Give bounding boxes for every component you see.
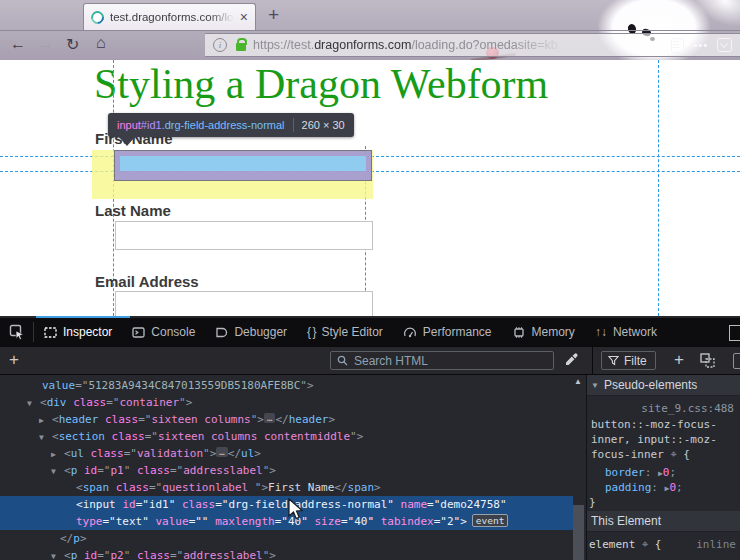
markup-line[interactable]: </p>: [0, 530, 573, 547]
code-segment: =": [275, 515, 288, 528]
expand-arrow-open[interactable]: ▼: [39, 429, 44, 446]
markup-line[interactable]: ▼<div class="container">: [0, 394, 573, 411]
search-html-input[interactable]: Search HTML: [330, 351, 554, 370]
devtools-tab-debugger[interactable]: Debugger: [205, 318, 297, 346]
element-picker-button[interactable]: [0, 322, 34, 342]
this-element-header[interactable]: This Element: [587, 511, 740, 532]
rules-panel: ▼ Pseudo-elements site_9.css:488 button:…: [587, 375, 740, 560]
add-rule-button[interactable]: +: [674, 350, 684, 370]
tooltip-id: #id1: [141, 119, 162, 131]
code-segment: ">: [251, 413, 264, 426]
expand-arrow-open[interactable]: ▼: [51, 548, 56, 560]
code-segment: =": [145, 430, 158, 443]
devtools-tab-console[interactable]: Console: [122, 318, 205, 346]
highlight-selector-icon[interactable]: ⌖: [670, 448, 676, 461]
code-segment: header: [59, 413, 99, 426]
toolbar-divider: [592, 347, 593, 374]
add-node-button[interactable]: +: [9, 350, 19, 370]
url-text[interactable]: https://test.dragonforms.com/loading.do?…: [253, 38, 667, 52]
code-segment: ">: [454, 515, 467, 528]
last-name-input[interactable]: [115, 221, 373, 250]
code-segment: ">: [263, 549, 276, 560]
devtools-tab-style-editor[interactable]: { } Style Editor: [297, 318, 393, 346]
forward-button[interactable]: →: [38, 35, 54, 53]
code-segment: <: [64, 447, 71, 460]
page-actions-icon[interactable]: •••: [693, 39, 708, 51]
email-input[interactable]: [115, 291, 373, 316]
element-style-rule[interactable]: element ⌖ {: [589, 538, 661, 551]
code-segment: tabindex: [381, 515, 434, 528]
markup-scrollbar-thumb[interactable]: [573, 505, 584, 560]
https-lock-icon[interactable]: [236, 43, 246, 51]
code-segment: =": [97, 549, 110, 560]
code-segment: ": [500, 498, 507, 511]
debugger-icon: [215, 326, 228, 339]
url-bar[interactable]: i https://test.dragonforms.com/loading.d…: [205, 33, 740, 57]
expand-arrow-open[interactable]: ▼: [51, 463, 56, 480]
code-segment: 51283A9434C847013559DB5180AFE8BC: [88, 379, 300, 392]
markup-line[interactable]: ▼<section class="sixteen columns content…: [0, 428, 573, 445]
reader-mode-icon[interactable]: [671, 38, 684, 53]
devtools-tab-memory[interactable]: Memory: [502, 318, 585, 346]
markup-line[interactable]: <span class="questionlabel ">First Name<…: [0, 479, 573, 496]
rule-close-brace: }: [589, 496, 596, 509]
code-segment: =": [215, 498, 228, 511]
devtools-tab-network[interactable]: ↑↓ Network: [585, 318, 667, 346]
tab-title: test.dragonforms.com/loading: [110, 11, 234, 23]
code-segment: ">: [203, 447, 216, 460]
dock-options-icon[interactable]: [729, 325, 740, 341]
expand-arrow-open[interactable]: ▼: [27, 395, 32, 412]
collapsed-children-badge[interactable]: …: [216, 447, 227, 457]
markup-line[interactable]: type="text" value="" maxlength="40" size…: [0, 513, 573, 530]
code-segment: value: [42, 379, 75, 392]
highlight-selector-icon[interactable]: ⌖: [642, 538, 648, 551]
markup-line[interactable]: ▶<ul class="validation">…</ul>: [0, 445, 573, 462]
inspector-icon: [44, 326, 57, 339]
code-segment: class: [182, 498, 215, 511]
code-segment: >: [374, 481, 381, 494]
code-segment: span: [83, 481, 110, 494]
rule-property[interactable]: border: ▶0;: [605, 466, 676, 479]
markup-line[interactable]: ▼<p id="p2" class="addresslabel">: [0, 547, 573, 560]
code-segment: addresslabel: [183, 464, 262, 477]
markup-line[interactable]: ▶<header class="sixteen columns">…</head…: [0, 411, 573, 428]
element-rule-source: inline: [696, 538, 736, 551]
rule-source-link[interactable]: site_9.css:488: [641, 402, 734, 415]
code-segment: =": [434, 515, 447, 528]
code-segment: ": [387, 498, 400, 511]
browser-tab[interactable]: test.dragonforms.com/loading ×: [83, 3, 256, 30]
eyedropper-button[interactable]: [564, 352, 579, 370]
event-badge[interactable]: event: [472, 514, 509, 527]
tab-close-icon[interactable]: ×: [240, 12, 248, 22]
home-button[interactable]: ⌂: [96, 34, 106, 52]
scroll-up-arrow-icon[interactable]: ▲: [574, 377, 582, 386]
devtools-tab-performance[interactable]: Performance: [393, 318, 502, 346]
page-info-icon[interactable]: i: [213, 38, 227, 52]
reload-button[interactable]: ↻: [66, 35, 79, 54]
expand-arrow-closed[interactable]: ▶: [39, 412, 44, 429]
rule-property[interactable]: padding: ▶0;: [605, 481, 683, 494]
expand-arrow-closed[interactable]: ▶: [51, 446, 56, 463]
code-segment: p1: [110, 464, 123, 477]
back-button[interactable]: ←: [10, 35, 26, 53]
code-segment: =": [427, 498, 440, 511]
pocket-icon[interactable]: [717, 38, 732, 52]
pseudo-class-panel-icon[interactable]: [700, 353, 715, 371]
code-segment: class: [73, 396, 106, 409]
animations-panel-icon[interactable]: [733, 353, 740, 369]
code-segment: ul: [241, 447, 254, 460]
code-segment: header: [289, 413, 329, 426]
markup-line[interactable]: value="51283A9434C847013559DB5180AFE8BC"…: [0, 377, 573, 394]
pseudo-elements-header[interactable]: ▼ Pseudo-elements: [587, 375, 740, 396]
filter-styles-button[interactable]: Filte: [601, 351, 656, 370]
highlight-padding-overlay: [114, 150, 372, 181]
new-tab-button[interactable]: +: [268, 4, 279, 26]
devtools-tab-inspector[interactable]: Inspector: [34, 318, 122, 346]
markup-line[interactable]: ▼<p id="p1" class="addresslabel">: [0, 462, 573, 479]
code-segment: <: [76, 498, 83, 511]
collapsed-children-badge[interactable]: …: [264, 413, 275, 423]
code-segment: [109, 481, 116, 494]
code-segment: value: [156, 515, 189, 528]
markup-line[interactable]: <input id="id1" class="drg-field-address…: [0, 496, 573, 513]
code-segment: p2: [110, 549, 123, 560]
